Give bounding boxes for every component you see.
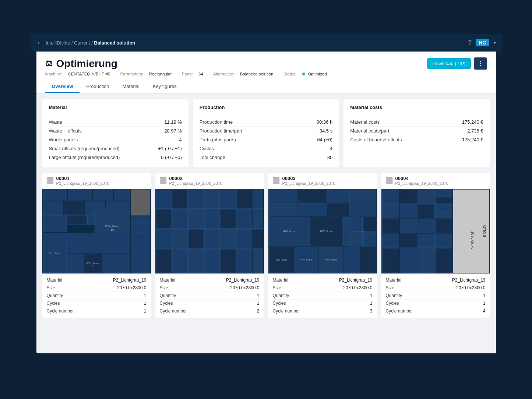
panel-4-viz[interactable]: Offcut 1095x2070 <box>381 189 490 273</box>
p3-cycle-num-row: Cycle number 3 <box>273 307 373 315</box>
meta-info: Machine: CENTATEQ N/BHP #0 Parameters: R… <box>45 72 487 76</box>
p4-size-row: Size 2070.0x2800.0 <box>386 284 486 292</box>
prod-tool-row: Tool change 30 <box>200 153 332 162</box>
breadcrumb-app[interactable]: intelliDivide <box>46 40 70 46</box>
svg-rect-50 <box>253 229 263 248</box>
p1-cycle-num-label: Cycle number <box>47 308 74 314</box>
svg-rect-51 <box>156 249 172 273</box>
svg-rect-32 <box>188 190 204 209</box>
p3-cycles-row: Cycles 1 <box>273 300 373 307</box>
svg-rect-7 <box>64 201 84 215</box>
p2-cycles-val: 1 <box>257 301 260 306</box>
mat-costs-part-label: Material costs/part <box>350 128 389 134</box>
tab-key-figures[interactable]: Key figures <box>146 81 183 93</box>
svg-rect-83 <box>344 247 360 273</box>
panel-4-info: 00004 P2_Lichtgrau_19_2800_2070 <box>395 176 448 186</box>
p1-size-row: Size 2070.0x2800.0 <box>47 284 147 292</box>
svg-rect-43 <box>253 209 263 229</box>
panel-2-viz[interactable] <box>155 189 264 273</box>
p1-material-label: Material <box>47 278 63 283</box>
svg-rect-99 <box>382 219 399 233</box>
panels-row: 00001 P2_Lichtgrau_19_2800_2070 <box>42 173 490 318</box>
p3-size-label: Size <box>273 285 281 290</box>
production-card-title: Production <box>200 105 332 113</box>
user-badge[interactable]: HC <box>476 39 489 46</box>
panel-1-viz[interactable]: RW_8mm 10 RW_8mm <box>42 189 151 273</box>
svg-text:6: 6 <box>92 265 93 268</box>
p2-qty-val: 1 <box>257 293 260 298</box>
prod-parts-row: Parts (plus parts) 64 (+0) <box>200 135 332 144</box>
panel-4-subtitle: P2_Lichtgrau_19_2800_2070 <box>395 181 448 186</box>
panel-2-info: 00002 P2_Lichtgrau_19_2800_2070 <box>169 176 222 186</box>
svg-rect-67 <box>298 203 326 216</box>
svg-rect-5 <box>131 190 150 215</box>
page-header-top: ⚖ Optimierung Download (ZIP) ⋮ <box>45 57 487 70</box>
help-icon[interactable]: ? <box>468 39 471 46</box>
svg-rect-33 <box>204 190 220 209</box>
panel-4-color <box>386 177 392 184</box>
back-button[interactable]: ← <box>36 39 43 47</box>
svg-rect-64 <box>327 190 349 202</box>
download-zip-button[interactable]: Download (ZIP) <box>427 58 471 69</box>
svg-rect-66 <box>269 203 297 216</box>
waste-value: 11.19 % <box>164 119 182 125</box>
svg-rect-53 <box>188 249 204 273</box>
panel-card-4[interactable]: 00004 P2_Lichtgrau_19_2800_2070 <box>381 173 490 318</box>
top-nav: ← intelliDivide / Current / Balanced sol… <box>31 34 502 52</box>
p2-size-row: Size 2070.0x2800.0 <box>160 284 260 292</box>
p2-material-label: Material <box>160 278 176 283</box>
prod-tool-label: Tool change <box>200 155 225 160</box>
panel-card-1[interactable]: 00001 P2_Lichtgrau_19_2800_2070 <box>42 173 151 318</box>
prod-tool-value: 30 <box>327 155 332 160</box>
page-header: ⚖ Optimierung Download (ZIP) ⋮ Machine: … <box>36 52 496 93</box>
panel-3-info: 00003 P2_Lichtgrau_19_2800_2070 <box>282 176 335 186</box>
svg-rect-92 <box>435 190 452 197</box>
svg-rect-31 <box>172 190 187 209</box>
material-card-title: Material <box>49 105 182 113</box>
meta-alternative: Alternative: Balanced solution <box>213 72 279 76</box>
svg-rect-6 <box>43 201 63 215</box>
p1-qty-row: Quantity 1 <box>47 292 147 300</box>
panel-4-footer: Material P2_Lichtgrau_19 Size 2070.0x280… <box>381 273 490 318</box>
svg-rect-48 <box>221 229 236 248</box>
svg-rect-89 <box>382 190 399 204</box>
svg-rect-12 <box>67 215 86 225</box>
meta-params: Parameters: Rectangular <box>120 72 177 76</box>
panel-1-color <box>47 177 53 184</box>
svg-rect-37 <box>156 209 172 229</box>
svg-rect-39 <box>188 209 204 229</box>
p2-cycle-num-label: Cycle number <box>160 308 187 314</box>
panel-2-number: 00002 <box>169 176 222 181</box>
p3-material-row: Material P2_Lichtgrau_19 <box>273 276 373 284</box>
material-waste-row: Waste 11.19 % <box>49 118 182 127</box>
p3-size-row: Size 2070.0x2800.0 <box>273 284 373 292</box>
p4-size-val: 2070.0x2800.0 <box>456 285 485 290</box>
panel-3-header: 00003 P2_Lichtgrau_19_2800_2070 <box>268 173 377 189</box>
dropdown-icon[interactable]: ▾ <box>494 40 496 45</box>
meta-machine: Machine: CENTATEQ N/BHP #0 <box>45 72 116 76</box>
tab-overview[interactable]: Overview <box>45 81 80 93</box>
p4-cycles-row: Cycles 1 <box>386 300 486 307</box>
more-options-button[interactable]: ⋮ <box>474 57 487 70</box>
panel-3-color <box>273 177 279 184</box>
panel-3-viz[interactable]: RW_8mm RW_8mm RW_8mm <box>268 189 377 273</box>
svg-rect-57 <box>253 249 263 273</box>
panel-card-3[interactable]: 00003 P2_Lichtgrau_19_2800_2070 <box>268 173 377 318</box>
svg-rect-102 <box>435 219 452 233</box>
p4-cycles-label: Cycles <box>386 301 399 306</box>
tab-production[interactable]: Production <box>80 81 116 93</box>
panel-4-svg: Offcut 1095x2070 <box>381 189 490 273</box>
p1-cycle-num-row: Cycle number 1 <box>47 307 147 315</box>
stats-row: Material Waste 11.19 % Waste + offcuts 2… <box>42 99 490 167</box>
screen-wrapper: ← intelliDivide / Current / Balanced sol… <box>31 34 502 365</box>
tabs-container: Overview Production Material Key figures <box>45 81 487 93</box>
panel-2-color <box>160 177 166 184</box>
tab-material[interactable]: Material <box>116 81 146 93</box>
material-costs-card: Material costs Material costs 175,240 € … <box>343 99 490 167</box>
panel-card-2[interactable]: 00002 P2_Lichtgrau_19_2800_2070 <box>155 173 264 318</box>
page-title-container: ⚖ Optimierung <box>45 58 117 70</box>
prod-time-part-row: Production time/part 34.5 s <box>200 127 332 135</box>
breadcrumb: intelliDivide / Current / Balanced solut… <box>46 40 135 46</box>
svg-rect-55 <box>221 249 236 273</box>
breadcrumb-current[interactable]: Current <box>74 40 90 46</box>
